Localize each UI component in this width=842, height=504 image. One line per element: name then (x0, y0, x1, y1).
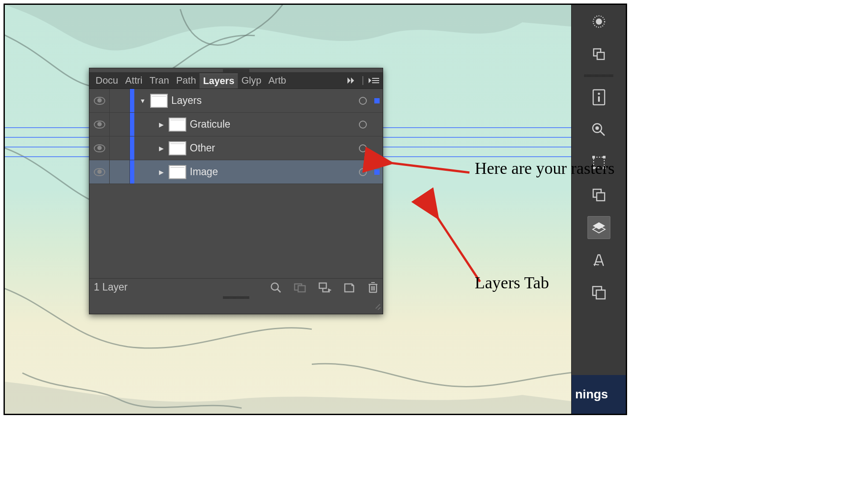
expand-panels-icon[interactable] (344, 72, 361, 88)
tab-artboards[interactable]: Artb (265, 72, 289, 88)
svg-rect-6 (598, 96, 600, 102)
svg-line-29 (437, 217, 480, 282)
appearance-panel-icon[interactable] (587, 10, 610, 33)
lock-toggle[interactable] (110, 160, 130, 184)
layer-row[interactable]: Other (89, 136, 383, 160)
panel-grip[interactable] (223, 69, 249, 72)
tab-glyphs[interactable]: Glyp (238, 72, 265, 88)
tab-layers[interactable]: Layers (199, 74, 238, 88)
layer-list: Layers Graticule (89, 89, 383, 278)
app-footer-fragment: nings (572, 375, 626, 414)
svg-point-5 (598, 93, 600, 95)
panel-menu-icon[interactable] (365, 72, 383, 88)
svg-rect-26 (319, 283, 326, 288)
layer-row-selected[interactable]: Image (89, 160, 383, 184)
doc-info-icon[interactable] (587, 86, 610, 109)
layer-count: 1 Layer (94, 281, 128, 293)
canvas-viewport: nings Docu Attri Tran Path Layers Glyp A… (4, 4, 627, 415)
svg-rect-3 (597, 52, 604, 59)
locate-object-icon[interactable] (270, 282, 281, 293)
svg-rect-21 (372, 80, 379, 81)
layer-thumbnail (169, 165, 186, 179)
layer-thumbnail (150, 94, 168, 108)
lock-toggle[interactable] (110, 113, 130, 136)
selection-indicator[interactable] (371, 98, 383, 103)
layers-panel: Docu Attri Tran Path Layers Glyp Artb (89, 68, 383, 314)
layer-thumbnail (169, 141, 186, 155)
layer-name[interactable]: Layers (171, 95, 355, 107)
layer-row[interactable]: Graticule (89, 113, 383, 136)
layer-color (130, 113, 134, 136)
new-sublayer-icon[interactable] (318, 282, 332, 293)
pathfinder-icon[interactable] (587, 184, 610, 206)
layer-thumbnail (169, 118, 186, 132)
disclosure-toggle[interactable] (155, 144, 167, 152)
clipping-mask-icon[interactable] (294, 282, 306, 293)
layer-row-root[interactable]: Layers (89, 89, 383, 113)
new-layer-icon[interactable] (344, 282, 355, 293)
svg-point-1 (596, 18, 602, 25)
lock-toggle[interactable] (110, 136, 130, 160)
right-dock: nings (571, 5, 626, 414)
eye-icon (94, 144, 105, 152)
glyphs-icon[interactable] (587, 249, 610, 272)
attributes-icon[interactable] (587, 118, 610, 141)
layers-panel-icon[interactable] (587, 216, 610, 239)
panel-grip[interactable] (223, 296, 249, 299)
disclosure-toggle[interactable] (155, 121, 167, 129)
target-toggle[interactable] (355, 121, 371, 129)
delete-layer-icon[interactable] (368, 282, 378, 293)
tabbar-divider (361, 72, 365, 88)
panel-tabbar: Docu Attri Tran Path Layers Glyp Artb (89, 72, 383, 89)
svg-point-8 (595, 126, 599, 130)
layer-list-empty (89, 184, 383, 278)
svg-rect-22 (372, 82, 379, 83)
tab-transform[interactable]: Tran (146, 72, 172, 88)
tab-attributes[interactable]: Attri (122, 72, 146, 88)
selection-indicator[interactable] (371, 169, 383, 175)
layer-name[interactable]: Other (190, 142, 355, 154)
svg-rect-15 (597, 193, 605, 201)
layer-name[interactable]: Graticule (190, 118, 355, 130)
visibility-toggle[interactable] (89, 89, 110, 112)
graphic-styles-icon[interactable] (587, 43, 610, 66)
disclosure-toggle[interactable] (155, 168, 167, 176)
eye-icon (94, 97, 105, 105)
layer-color (130, 136, 134, 160)
target-toggle[interactable] (355, 144, 371, 152)
layer-color (130, 160, 134, 184)
tab-document-info[interactable]: Docu (92, 72, 122, 88)
eye-icon (94, 121, 105, 129)
resize-grip[interactable] (375, 306, 381, 312)
disclosure-toggle[interactable] (137, 97, 148, 105)
target-toggle[interactable] (355, 97, 371, 105)
layer-color (130, 89, 134, 112)
annotation-arrow (386, 155, 474, 180)
lock-toggle[interactable] (110, 89, 130, 112)
eye-icon (94, 168, 105, 176)
layer-name[interactable]: Image (190, 166, 355, 178)
visibility-toggle[interactable] (89, 160, 110, 184)
visibility-toggle[interactable] (89, 113, 110, 136)
svg-line-28 (390, 163, 469, 173)
svg-rect-20 (372, 78, 379, 79)
svg-rect-19 (596, 290, 605, 299)
target-toggle[interactable] (355, 168, 371, 176)
svg-rect-25 (298, 286, 305, 292)
visibility-toggle[interactable] (89, 136, 110, 160)
panel-footer: 1 Layer (89, 278, 383, 296)
artboards-icon[interactable] (587, 281, 610, 304)
svg-point-23 (271, 283, 278, 290)
tab-pathfinder[interactable]: Path (173, 72, 199, 88)
annotation-layers-tab: Layers Tab (475, 273, 549, 292)
annotation-rasters: Here are your rasters (475, 158, 615, 178)
